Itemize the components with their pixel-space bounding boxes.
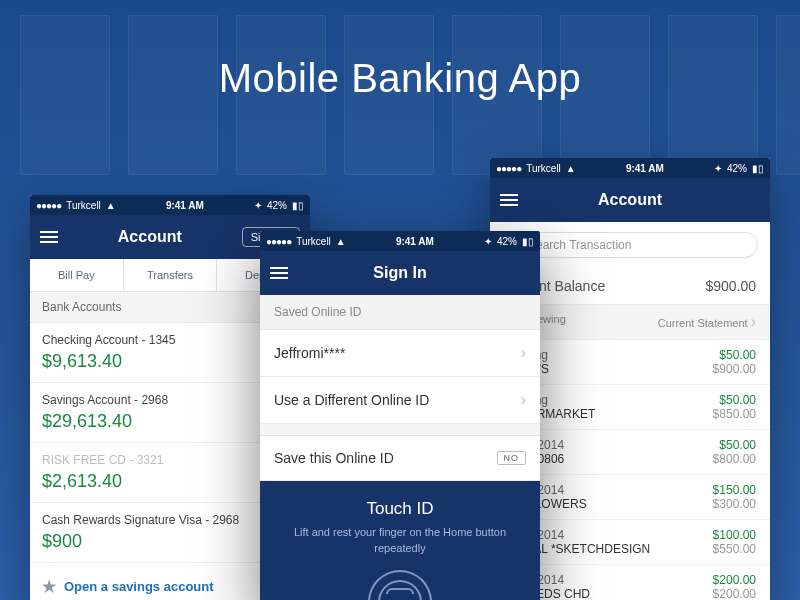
wifi-icon: ▲ xyxy=(336,236,346,247)
signal-icon: ●●●●● xyxy=(496,163,521,174)
tx-balance: $550.00 xyxy=(713,542,756,556)
tx-amount: $50.00 xyxy=(713,348,756,362)
fingerprint-icon xyxy=(368,570,432,600)
save-id-label: Save this Online ID xyxy=(274,450,394,466)
saved-id-value: Jeffromi**** xyxy=(274,345,345,361)
status-bar: ●●●●● Turkcell ▲ 9:41 AM ✦ 42% ▮▯ xyxy=(490,158,770,178)
menu-icon[interactable] xyxy=(40,231,58,243)
saved-id-row[interactable]: Jeffromi**** › xyxy=(260,330,540,377)
nav-title: Sign In xyxy=(296,264,504,282)
touch-id-panel: Touch ID Lift and rest your finger on th… xyxy=(260,481,540,600)
chevron-right-icon: › xyxy=(521,391,526,409)
tx-amount: $50.00 xyxy=(713,393,756,407)
save-id-row[interactable]: Save this Online ID NO xyxy=(260,436,540,481)
tx-amount: $200.00 xyxy=(713,573,756,587)
status-bar: ●●●●● Turkcell ▲ 9:41 AM ✦ 42% ▮▯ xyxy=(30,195,310,215)
touch-id-title: Touch ID xyxy=(288,499,512,519)
nav-title: Account xyxy=(526,191,734,209)
tx-balance: $800.00 xyxy=(713,452,756,466)
touch-id-subtitle: Lift and rest your finger on the Home bu… xyxy=(288,525,512,556)
chevron-right-icon: › xyxy=(521,344,526,362)
search-input[interactable]: ⌕ Search Transaction xyxy=(502,232,758,258)
signal-icon: ●●●●● xyxy=(36,200,61,211)
menu-icon[interactable] xyxy=(270,267,288,279)
tx-balance: $200.00 xyxy=(713,587,756,600)
chevron-right-icon: › xyxy=(751,313,756,330)
bluetooth-icon: ✦ xyxy=(714,163,722,174)
nav-title: Account xyxy=(66,228,234,246)
tab-transfers[interactable]: Transfers xyxy=(124,259,218,291)
star-icon: ★ xyxy=(42,577,56,596)
page-title: Mobile Banking App xyxy=(0,56,800,101)
current-balance-value: $900.00 xyxy=(705,278,756,294)
tx-amount: $50.00 xyxy=(713,438,756,452)
tx-balance: $900.00 xyxy=(713,362,756,376)
tab-billpay[interactable]: Bill Pay xyxy=(30,259,124,291)
battery-icon: ▮▯ xyxy=(292,200,304,211)
tx-balance: $850.00 xyxy=(713,407,756,421)
tx-balance: $300.00 xyxy=(713,497,756,511)
saved-id-header: Saved Online ID xyxy=(260,295,540,330)
bluetooth-icon: ✦ xyxy=(254,200,262,211)
statement-label: Current Statement xyxy=(658,317,748,329)
cta-label: Open a savings account xyxy=(64,579,214,594)
save-id-toggle[interactable]: NO xyxy=(497,451,527,465)
status-bar: ●●●●● Turkcell ▲ 9:41 AM ✦ 42% ▮▯ xyxy=(260,231,540,251)
signal-icon: ●●●●● xyxy=(266,236,291,247)
tx-amount: $100.00 xyxy=(713,528,756,542)
nav-bar: Account xyxy=(490,178,770,222)
search-placeholder: Search Transaction xyxy=(528,238,631,252)
battery-icon: ▮▯ xyxy=(752,163,764,174)
nav-bar: Sign In xyxy=(260,251,540,295)
battery-icon: ▮▯ xyxy=(522,236,534,247)
wifi-icon: ▲ xyxy=(566,163,576,174)
menu-icon[interactable] xyxy=(500,194,518,206)
mockup-sign-in: ●●●●● Turkcell ▲ 9:41 AM ✦ 42% ▮▯ Sign I… xyxy=(260,231,540,600)
different-id-label: Use a Different Online ID xyxy=(274,392,429,408)
tx-amount: $150.00 xyxy=(713,483,756,497)
different-id-row[interactable]: Use a Different Online ID › xyxy=(260,377,540,424)
wifi-icon: ▲ xyxy=(106,200,116,211)
bluetooth-icon: ✦ xyxy=(484,236,492,247)
